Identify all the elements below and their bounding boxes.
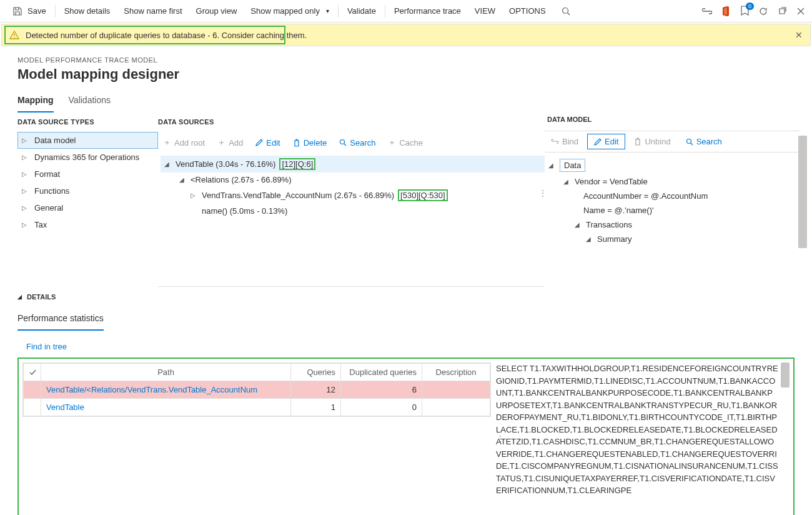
refresh-icon[interactable]: [757, 5, 770, 18]
search-icon: [686, 138, 693, 146]
close-icon[interactable]: [795, 5, 807, 18]
dm-node-vendor[interactable]: ◢Vendor = VendTable: [545, 174, 800, 189]
group-view-button[interactable]: Group view: [190, 0, 244, 22]
search-icon: [339, 139, 347, 146]
ds-type-data-model[interactable]: ▷Data model: [17, 132, 158, 149]
tree-node-vendtable[interactable]: ◢ VendTable (3.04s - 76.16%)[12][Q:6]: [161, 156, 545, 172]
collapse-icon[interactable]: ◢: [179, 176, 187, 183]
data-source-types-panel: DATA SOURCE TYPES ▷Data model ▷Dynamics …: [5, 113, 158, 287]
sql-preview: SELECT T1.TAXWITHHOLDGROUP,T1.RESIDENCEF…: [496, 362, 790, 512]
select-all-checkbox[interactable]: [24, 364, 41, 381]
chevron-right-icon: ▷: [22, 154, 28, 161]
save-label: Save: [27, 6, 46, 16]
ds-type-general[interactable]: ▷General: [17, 199, 158, 216]
svg-point-3: [14, 37, 14, 38]
path-link[interactable]: VendTable: [46, 402, 84, 412]
save-button[interactable]: Save: [5, 0, 52, 22]
query-stat: [12][Q:6]: [279, 158, 315, 170]
plus-icon: ＋: [388, 137, 396, 148]
show-details-button[interactable]: Show details: [58, 0, 117, 22]
path-link[interactable]: VendTable/<Relations/VendTrans.VendTable…: [46, 385, 257, 394]
ds-type-dynamics[interactable]: ▷Dynamics 365 for Operations: [17, 149, 158, 166]
svg-line-7: [691, 143, 693, 145]
dm-node-summary[interactable]: ◢Summary: [545, 232, 800, 246]
tab-mapping[interactable]: Mapping: [17, 91, 54, 112]
performance-table: Path Queries Duplicated queries Descript…: [22, 362, 491, 417]
col-desc[interactable]: Description: [422, 364, 490, 381]
chevron-right-icon: ▷: [22, 221, 28, 228]
main-tabs: Mapping Validations: [0, 86, 812, 113]
scrollbar[interactable]: [781, 362, 790, 388]
bind-button[interactable]: Bind: [545, 134, 585, 149]
chevron-right-icon: ▷: [22, 171, 28, 178]
plus-icon: ＋: [163, 137, 171, 148]
ds-title: DATA SOURCES: [158, 118, 545, 126]
tab-validations[interactable]: Validations: [69, 91, 111, 112]
collapse-icon[interactable]: ◢: [563, 178, 571, 185]
edit-dm-button[interactable]: Edit: [587, 134, 625, 149]
details-expander[interactable]: ◢DETAILS: [17, 293, 795, 301]
dm-node-name[interactable]: Name = @.'name()': [545, 203, 800, 218]
search-ds-button[interactable]: Search: [334, 136, 380, 150]
show-mapped-only-button[interactable]: Show mapped only▾: [244, 0, 335, 22]
unbind-button[interactable]: Unbind: [628, 134, 676, 149]
dm-title: DATA MODEL: [545, 113, 800, 131]
save-icon: [11, 5, 24, 18]
expand-icon[interactable]: ▷: [191, 192, 198, 199]
col-path[interactable]: Path: [41, 364, 291, 381]
ds-type-tax[interactable]: ▷Tax: [17, 216, 158, 233]
office-icon[interactable]: [720, 5, 732, 18]
banner-close-button[interactable]: ✕: [795, 30, 803, 40]
ds-type-functions[interactable]: ▷Functions: [17, 182, 158, 199]
warning-icon: [9, 30, 19, 40]
svg-point-6: [686, 139, 691, 143]
search-dm-button[interactable]: Search: [680, 134, 728, 149]
add-button[interactable]: ＋Add: [212, 134, 248, 151]
col-queries[interactable]: Queries: [291, 364, 341, 381]
ds-type-format[interactable]: ▷Format: [17, 166, 158, 182]
scrollbar[interactable]: [798, 136, 807, 248]
delete-button[interactable]: Delete: [288, 136, 332, 150]
details-section: ◢DETAILS Performance statistics: [0, 287, 812, 331]
ds-toolbar: ＋Add root ＋Add Edit Delete Search ＋Cache: [158, 132, 545, 156]
col-dup[interactable]: Duplicated queries: [341, 364, 422, 381]
page-title: Model mapping designer: [17, 66, 795, 82]
options-menu[interactable]: OPTIONS: [503, 0, 552, 22]
collapse-icon[interactable]: ◢: [586, 236, 593, 242]
ds-tree: ◢ VendTable (3.04s - 76.16%)[12][Q:6] ◢ …: [158, 156, 545, 218]
svg-line-1: [567, 12, 570, 15]
node-label: name() (5.0ms - 0.13%): [202, 206, 287, 216]
trash-icon: [634, 138, 641, 146]
dm-node-transactions[interactable]: ◢Transactions: [545, 218, 800, 232]
performance-trace-button[interactable]: Performance trace: [388, 0, 467, 22]
link-icon[interactable]: [701, 5, 713, 18]
edit-button[interactable]: Edit: [250, 136, 285, 150]
show-name-first-button[interactable]: Show name first: [117, 0, 188, 22]
tree-node-name-fn[interactable]: name() (5.0ms - 0.13%): [161, 204, 545, 218]
data-sources-panel: DATA SOURCES ＋Add root ＋Add Edit Delete …: [158, 113, 545, 287]
page-header: MODEL PERFORMANCE TRACE MODEL Model mapp…: [0, 48, 812, 86]
view-menu[interactable]: VIEW: [468, 0, 502, 22]
warning-banner: Detected number of duplicate queries to …: [1, 24, 811, 46]
search-button[interactable]: [553, 0, 578, 22]
tree-node-relations[interactable]: ◢ <Relations (2.67s - 66.89%): [161, 172, 545, 187]
collapse-icon[interactable]: ◢: [164, 161, 172, 168]
dm-node-accountnum[interactable]: AccountNumber = @.AccountNum: [545, 189, 800, 203]
dm-node-data[interactable]: ◢Data: [545, 156, 800, 174]
dm-toolbar: Bind Edit Unbind Search: [545, 131, 800, 152]
query-stat: [530][Q:530]: [398, 189, 448, 201]
tree-node-vendtrans[interactable]: ▷ VendTrans.VendTable_AccountNum (2.67s …: [161, 187, 545, 204]
badge-count: 0: [746, 2, 754, 10]
subtab-performance[interactable]: Performance statistics: [17, 309, 104, 331]
find-in-tree-link[interactable]: Find in tree: [0, 331, 812, 358]
notifications-button[interactable]: 0: [738, 4, 751, 18]
add-root-button[interactable]: ＋Add root: [158, 134, 210, 151]
table-row[interactable]: VendTable10: [24, 399, 490, 416]
popout-icon[interactable]: [776, 5, 788, 18]
table-row[interactable]: VendTable/<Relations/VendTrans.VendTable…: [24, 381, 490, 399]
collapse-icon[interactable]: ◢: [575, 221, 582, 228]
page-subtitle: MODEL PERFORMANCE TRACE MODEL: [17, 56, 795, 64]
cache-button[interactable]: ＋Cache: [383, 134, 428, 151]
validate-button[interactable]: Validate: [341, 0, 382, 22]
collapse-icon[interactable]: ◢: [548, 162, 556, 169]
